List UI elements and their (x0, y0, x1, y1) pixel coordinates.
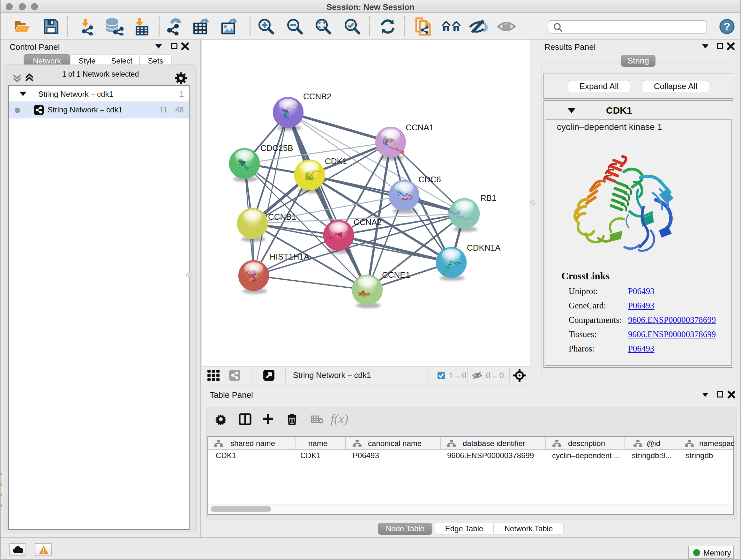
svg-text:CDC25B: CDC25B (260, 143, 293, 153)
svg-text:HIST1H1A: HIST1H1A (270, 252, 310, 261)
svg-text:CDK1: CDK1 (325, 157, 347, 166)
svg-text:CDC6: CDC6 (418, 175, 441, 184)
svg-text:CCNA2: CCNA2 (354, 217, 382, 227)
svg-text:RB1: RB1 (480, 193, 496, 203)
svg-text:?: ? (724, 20, 730, 32)
svg-text:CDKN1A: CDKN1A (467, 243, 501, 253)
svg-text:CCNA1: CCNA1 (406, 123, 434, 132)
svg-text:CCNE1: CCNE1 (382, 270, 410, 280)
svg-text:CCNB1: CCNB1 (268, 212, 296, 222)
svg-text:CCNB2: CCNB2 (303, 91, 331, 101)
